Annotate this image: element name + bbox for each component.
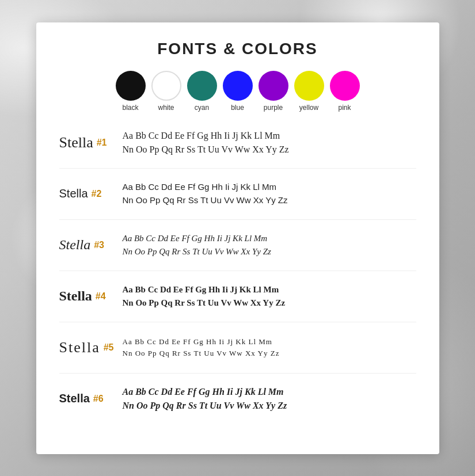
color-item-black: black [116, 71, 146, 112]
font1-name: Stella [59, 134, 93, 151]
font3-sample: Aa Bb Cc Dd Ee Ff Gg Hh Ii Jj Kk Ll Mm N… [123, 232, 416, 258]
font3-name: Stella [59, 237, 91, 253]
font2-sample: Aa Bb Cc Dd Ee Ff Gg Hh Ii Jj Kk Ll Mm N… [123, 181, 416, 207]
white-label: white [158, 104, 174, 112]
purple-label: purple [264, 104, 283, 112]
font5-num: #5 [104, 342, 114, 353]
black-label: black [122, 104, 138, 112]
font-name-col-5: Stella #5 [59, 339, 123, 356]
purple-swatch [259, 71, 288, 101]
font4-num: #4 [96, 291, 106, 302]
page-title: FONTS & COLORS [59, 40, 416, 58]
blue-label: blue [231, 104, 244, 112]
color-item-blue: blue [223, 71, 253, 112]
color-item-white: white [151, 71, 181, 112]
font6-num: #6 [93, 394, 104, 404]
cyan-swatch [187, 71, 217, 101]
pink-label: pink [338, 104, 351, 112]
font2-num: #2 [92, 189, 102, 199]
color-swatches-row: black white cyan blue purple yellow pink [59, 71, 416, 112]
font-name-col-3: Stella #3 [59, 237, 123, 253]
font-name-col-1: Stella #1 [59, 134, 123, 151]
font3-num: #3 [94, 240, 104, 250]
font-row-4: Stella #4 Aa Bb Cc Dd Ee Ff Gg Hh Ii Jj … [59, 279, 416, 314]
font-name-col-6: Stella #6 [59, 392, 123, 405]
color-item-pink: pink [330, 71, 360, 112]
font5-name: Stella [59, 339, 100, 356]
blue-swatch [223, 71, 253, 101]
font2-name: Stella [59, 187, 88, 200]
font4-name: Stella [59, 288, 92, 304]
font-row-3: Stella #3 Aa Bb Cc Dd Ee Ff Gg Hh Ii Jj … [59, 228, 416, 262]
yellow-label: yellow [299, 104, 318, 112]
font-row-1: Stella #1 Aa Bb Cc Dd Ee Ff Gg Hh Ii Jj … [59, 125, 416, 160]
white-swatch [151, 71, 181, 101]
font-row-6: Stella #6 Aa Bb Cc Dd Ee Ff Gg Hh Ii Jj … [59, 382, 416, 416]
cyan-label: cyan [195, 104, 209, 112]
font-name-col-4: Stella #4 [59, 288, 123, 304]
yellow-swatch [294, 71, 324, 101]
font5-sample: Aa Bb Cc Dd Ee Ff Gg Hh Ii Jj Kk Ll Mm N… [123, 336, 416, 359]
fonts-colors-card: FONTS & COLORS black white cyan blue pur… [36, 22, 439, 454]
color-item-yellow: yellow [294, 71, 324, 112]
font6-sample: Aa Bb Cc Dd Ee Ff Gg Hh Ii Jj Kk Ll Mm N… [123, 385, 416, 413]
black-swatch [116, 71, 146, 101]
font1-sample: Aa Bb Cc Dd Ee Ff Gg Hh Ii Jj Kk Ll Mm N… [123, 129, 416, 157]
font6-name: Stella [59, 392, 90, 405]
color-item-purple: purple [259, 71, 288, 112]
font-name-col-2: Stella #2 [59, 187, 123, 200]
color-item-cyan: cyan [187, 71, 217, 112]
font-row-5: Stella #5 Aa Bb Cc Dd Ee Ff Gg Hh Ii Jj … [59, 330, 416, 365]
font4-sample: Aa Bb Cc Dd Ee Ff Gg Hh Ii Jj Kk Ll Mm N… [123, 283, 416, 309]
font-row-2: Stella #2 Aa Bb Cc Dd Ee Ff Gg Hh Ii Jj … [59, 177, 416, 211]
font1-num: #1 [97, 138, 107, 148]
pink-swatch [330, 71, 360, 101]
